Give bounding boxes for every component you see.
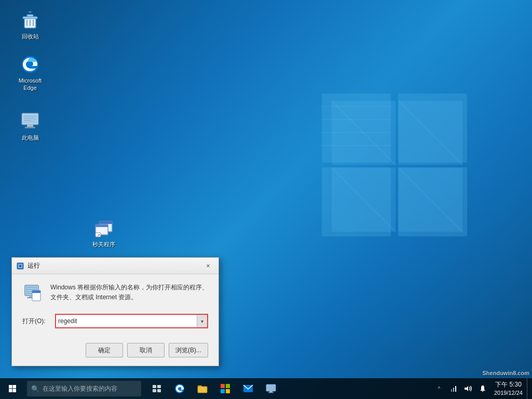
edge-icon-label: MicrosoftEdge xyxy=(19,77,42,92)
svg-text:↗: ↗ xyxy=(97,233,100,237)
shortcut-program-icon[interactable]: ↗ 秒关程序 xyxy=(83,216,125,250)
this-pc-label: 此电脑 xyxy=(22,134,39,141)
svg-rect-31 xyxy=(100,221,112,224)
svg-rect-67 xyxy=(451,389,452,392)
taskbar: 🔍 在这里输入你要搜索的内容 xyxy=(0,378,532,399)
task-view-button[interactable] xyxy=(145,378,168,399)
dialog-titlebar: 运行 × xyxy=(12,258,219,274)
taskbar-search-bar[interactable]: 🔍 在这里输入你要搜索的内容 xyxy=(27,381,141,396)
system-tray: ^ xyxy=(430,378,532,399)
dialog-close-button[interactable]: × xyxy=(202,260,214,272)
recycle-bin-image xyxy=(20,10,40,31)
dialog-run-icon xyxy=(22,283,43,303)
search-icon: 🔍 xyxy=(31,385,39,393)
store-taskbar-button[interactable] xyxy=(214,378,237,399)
show-desktop-button[interactable] xyxy=(527,378,530,399)
svg-rect-65 xyxy=(269,391,272,392)
svg-rect-68 xyxy=(453,388,454,392)
dialog-form: 打开(O): ▾ xyxy=(12,312,219,343)
this-pc-icon[interactable]: 此电脑 xyxy=(9,109,51,143)
svg-rect-58 xyxy=(221,384,225,388)
recycle-bin-label: 回收站 xyxy=(22,33,39,40)
svg-rect-33 xyxy=(96,224,108,227)
svg-rect-66 xyxy=(268,392,274,393)
shortcut-program-image: ↗ xyxy=(93,218,114,238)
svg-rect-49 xyxy=(13,385,17,389)
recycle-bin-icon[interactable]: 回收站 xyxy=(9,8,51,42)
svg-rect-60 xyxy=(221,389,225,393)
browse-button[interactable]: 浏览(B)... xyxy=(169,343,208,357)
edge-desktop-icon[interactable]: MicrosoftEdge xyxy=(9,52,51,94)
svg-rect-69 xyxy=(455,386,456,392)
dialog-title: 运行 xyxy=(28,261,202,270)
svg-rect-51 xyxy=(13,389,17,393)
confirm-button[interactable]: 确定 xyxy=(86,343,123,357)
svg-rect-50 xyxy=(9,389,12,393)
open-label: 打开(O): xyxy=(22,317,51,326)
svg-rect-55 xyxy=(157,389,161,392)
tray-expand-button[interactable]: ^ xyxy=(432,378,446,399)
taskbar-center xyxy=(145,378,430,399)
edge-icon-image xyxy=(20,54,40,75)
svg-rect-9 xyxy=(398,94,467,163)
svg-rect-59 xyxy=(226,384,230,388)
cancel-button[interactable]: 取消 xyxy=(127,343,165,357)
svg-rect-24 xyxy=(23,114,37,124)
svg-rect-17 xyxy=(23,17,37,19)
file-explorer-button[interactable] xyxy=(191,378,214,399)
search-placeholder: 在这里输入你要搜索的内容 xyxy=(43,384,117,393)
system-time: 下午 5:30 xyxy=(495,380,522,389)
svg-rect-52 xyxy=(153,385,156,388)
system-clock[interactable]: 下午 5:30 2019/12/24 xyxy=(490,378,527,399)
remote-desktop-button[interactable] xyxy=(260,378,282,399)
shortcut-program-label: 秒关程序 xyxy=(92,241,115,248)
this-pc-image xyxy=(20,111,40,132)
input-wrapper: ▾ xyxy=(55,314,208,328)
run-input[interactable] xyxy=(56,316,197,326)
svg-rect-64 xyxy=(267,385,275,391)
edge-taskbar-button[interactable] xyxy=(168,378,191,399)
dialog-description: Windows 将根据你所输入的名称，为你打开相应的程序、文件夹、文档或 Int… xyxy=(50,283,208,302)
volume-tray-icon[interactable] xyxy=(461,378,475,399)
svg-rect-54 xyxy=(153,389,156,392)
dropdown-button[interactable]: ▾ xyxy=(197,315,207,327)
svg-rect-8 xyxy=(322,94,391,163)
svg-rect-57 xyxy=(198,387,207,393)
run-dialog-icon xyxy=(16,262,24,270)
system-date: 2019/12/24 xyxy=(494,389,523,397)
svg-rect-18 xyxy=(27,15,33,17)
dialog-body: Windows 将根据你所输入的名称，为你打开相应的程序、文件夹、文档或 Int… xyxy=(12,274,219,312)
mail-taskbar-button[interactable] xyxy=(237,378,260,399)
win10-logo xyxy=(319,91,470,239)
svg-rect-10 xyxy=(322,167,391,236)
svg-marker-70 xyxy=(465,386,468,391)
open-form-row: 打开(O): ▾ xyxy=(22,314,208,328)
svg-rect-47 xyxy=(32,290,40,293)
notification-tray-icon[interactable] xyxy=(475,378,490,399)
run-dialog: 运行 × Win xyxy=(11,257,219,366)
svg-rect-11 xyxy=(398,167,467,236)
watermark: Shenduwin8.com xyxy=(483,370,529,376)
svg-rect-38 xyxy=(19,265,21,267)
dialog-buttons: 确定 取消 浏览(B)... xyxy=(12,343,219,366)
network-tray-icon[interactable] xyxy=(446,378,461,399)
start-button[interactable] xyxy=(0,378,25,399)
svg-rect-53 xyxy=(157,385,161,388)
svg-rect-61 xyxy=(226,389,230,393)
svg-rect-25 xyxy=(27,125,33,127)
svg-rect-26 xyxy=(25,127,35,128)
desktop: 回收站 MicrosoftEdge 此电脑 xyxy=(0,0,532,399)
svg-rect-48 xyxy=(9,385,12,389)
